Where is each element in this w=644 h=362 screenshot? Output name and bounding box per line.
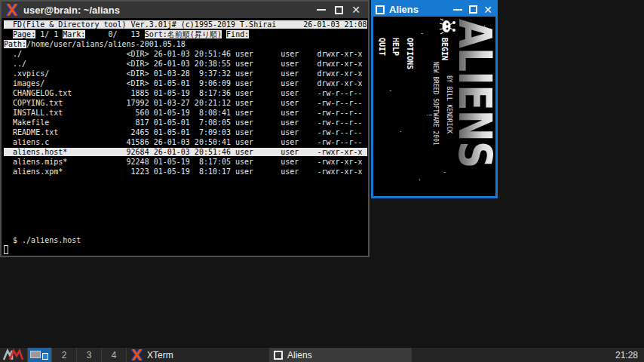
minimize-button[interactable] [315, 4, 327, 16]
maximize-icon [469, 5, 477, 14]
terminal-line: $ ./aliens.host [4, 235, 368, 245]
aliens-window: Aliens ✕ ALIENS BY BILL KENDRICK NEW BRE… [371, 0, 498, 198]
jwm-logo-icon [2, 348, 25, 361]
game-viewport[interactable]: ALIENS BY BILL KENDRICK NEW BREED SOFTWA… [373, 17, 495, 196]
window-icon [274, 351, 283, 360]
aliens-titlebar[interactable]: Aliens ✕ [373, 2, 495, 17]
workspace-label: 3 [87, 350, 92, 360]
menu-item-quit[interactable]: QUIT [378, 38, 386, 56]
alien-sprite-icon [435, 18, 456, 35]
aliens-window-title: Aliens [389, 4, 419, 15]
menu-item-options[interactable]: OPTIONS [406, 38, 414, 69]
close-icon: ✕ [483, 5, 492, 15]
terminal-line: ../ <DIR> 26-01-03 20:38:55 user user dr… [4, 59, 368, 69]
xterm-icon [131, 349, 143, 360]
terminal-line: aliens.xpm* 1223 01-05-19 8:10:17 user u… [4, 167, 368, 176]
minimize-icon [317, 9, 326, 11]
minimize-button[interactable] [452, 4, 463, 16]
terminal-line: aliens.mips* 92248 01-05-19 8:17:05 user… [4, 157, 368, 167]
terminal-line [4, 176, 368, 186]
maximize-button[interactable] [468, 4, 478, 16]
terminal-line: INSTALL.txt 560 01-05-19 8:08:41 user us… [4, 108, 368, 118]
close-button[interactable]: ✕ [350, 4, 362, 16]
xterm-window: user@brain: ~/alians ✕ FD(File & Directo… [0, 0, 370, 257]
star-icon: ! [425, 113, 432, 117]
xterm-window-title: user@brain: ~/alians [23, 5, 120, 16]
task-button-label: XTerm [147, 350, 173, 360]
task-button-xterm[interactable]: XTerm [127, 348, 269, 362]
terminal-line: CHANGELOG.txt 1885 01-05-19 8:17:36 user… [4, 88, 368, 98]
terminal-line: images/ <DIR> 01-05-01 9:06:09 user user… [4, 78, 368, 88]
game-credit-company: NEW BREED SOFTWARE 2001 [432, 62, 439, 146]
task-button-aliens[interactable]: Aliens [269, 348, 412, 362]
terminal-screen[interactable]: FD(File & Directory tool) Ver.3.01j# (c)… [2, 18, 368, 255]
terminal-line [4, 206, 368, 216]
game-credit-author: BY BILL KENDRICK [446, 75, 452, 133]
workspace-label: 4 [112, 350, 117, 360]
terminal-line: COPYING.txt 17992 01-03-27 20:21:12 user… [4, 98, 368, 108]
star-icon: - [416, 178, 423, 182]
menu-item-begin[interactable]: BEGIN [440, 38, 449, 60]
terminal-line [4, 196, 368, 206]
game-surface-rotated: ALIENS BY BILL KENDRICK NEW BREED SOFTWA… [373, 17, 495, 196]
terminal-line: .xvpics/ <DIR> 01-03-28 9:37:32 user use… [4, 69, 368, 78]
terminal-line: ./ <DIR> 26-01-03 20:51:46 user user drw… [4, 49, 368, 59]
close-icon: ✕ [351, 5, 360, 15]
terminal-line [4, 225, 368, 235]
workspace-label: 2 [62, 350, 67, 360]
terminal-line [4, 186, 368, 196]
terminal-line: Path:/home/user/alians/aliens-2001.05.18 [4, 39, 368, 49]
jwm-menu-button[interactable] [0, 348, 27, 362]
star-icon: · [397, 130, 403, 133]
minimize-icon [453, 9, 462, 11]
star-icon: - [481, 24, 488, 28]
terminal-line: Makefile 817 01-05-01 7:08:05 user user … [4, 118, 368, 127]
terminal-line: README.txt 2465 01-05-01 7:09:03 user us… [4, 127, 368, 137]
workspace-1[interactable] [27, 348, 52, 362]
desktop: user@brain: ~/alians ✕ FD(File & Directo… [0, 0, 644, 362]
star-icon: ' [385, 89, 391, 93]
workspace-3[interactable]: 3 [77, 348, 102, 362]
close-button[interactable]: ✕ [483, 4, 493, 16]
workspace-switcher: 2 3 4 [27, 348, 127, 362]
game-logo: ALIENS [449, 19, 495, 167]
terminal-line [4, 216, 368, 225]
xterm-icon [6, 4, 18, 16]
terminal-line [4, 245, 368, 255]
star-icon: ' [416, 32, 423, 35]
terminal-line: Page: 1/ 1 Mark: 0/ 13 Sort:名前順(昇り順) Fin… [4, 29, 368, 39]
terminal-line: aliens.c 41586 26-01-03 20:50:41 user us… [4, 137, 368, 147]
task-button-label: Aliens [287, 350, 312, 360]
maximize-icon [335, 6, 343, 14]
workspace-2[interactable]: 2 [52, 348, 77, 362]
xterm-titlebar[interactable]: user@brain: ~/alians ✕ [2, 2, 368, 18]
maximize-button[interactable] [333, 4, 345, 16]
star-icon: ' [439, 170, 446, 174]
menu-item-help[interactable]: HELP [391, 38, 400, 56]
terminal-cursor [4, 245, 8, 254]
taskbar: 2 3 4 XTerm Aliens 21:28 [0, 347, 644, 362]
taskbar-clock: 21:28 [615, 348, 644, 362]
aliens-window-icon [376, 5, 385, 14]
terminal-line: aliens.host* 92684 26-01-03 20:51:46 use… [4, 147, 368, 157]
terminal-line: FD(File & Directory tool) Ver.3.01j# (c)… [4, 20, 368, 29]
mini-window-xterm [30, 351, 41, 358]
workspace-4[interactable]: 4 [102, 348, 127, 362]
mini-window-aliens [42, 353, 48, 360]
